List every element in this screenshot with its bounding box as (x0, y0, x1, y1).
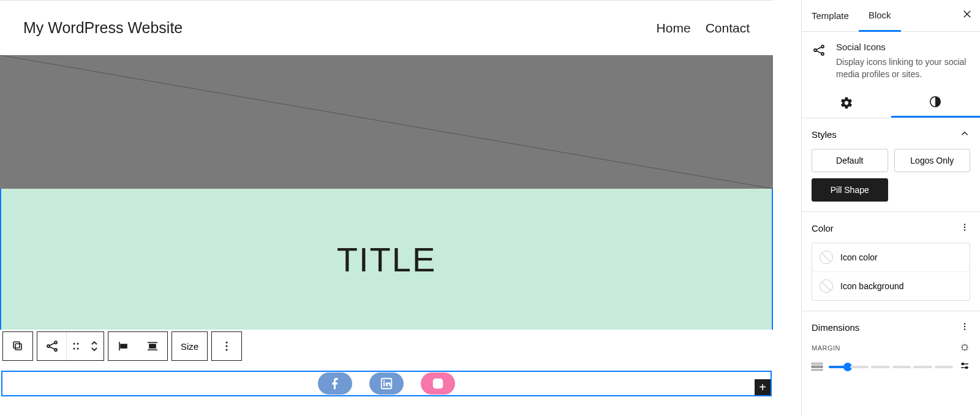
title-block[interactable]: TITLE (0, 189, 773, 330)
style-pill-shape-button[interactable]: Pill Shape (812, 178, 888, 202)
facebook-icon[interactable] (318, 373, 352, 395)
drag-handle-icon[interactable] (67, 332, 85, 360)
svg-line-31 (816, 47, 821, 50)
icon-background-row[interactable]: Icon background (812, 272, 970, 300)
inspector-subtabs (802, 88, 980, 118)
tab-block[interactable]: Block (859, 0, 901, 32)
svg-point-11 (77, 348, 79, 350)
svg-rect-13 (121, 344, 127, 348)
svg-point-48 (966, 366, 968, 368)
social-icons-block[interactable]: + (1, 371, 772, 396)
block-description: Display icons linking to your social med… (836, 56, 970, 81)
unlink-sides-icon[interactable] (959, 342, 970, 354)
styles-subtab[interactable] (891, 88, 981, 118)
box-sides-icon (812, 363, 823, 371)
more-options-icon[interactable] (212, 332, 241, 360)
svg-rect-2 (13, 342, 20, 348)
color-panel: Color Icon color Icon background (802, 212, 980, 311)
featured-image-placeholder[interactable] (0, 55, 773, 189)
svg-point-39 (964, 328, 965, 330)
tab-template[interactable]: Template (802, 0, 859, 32)
svg-point-24 (436, 382, 440, 385)
size-button[interactable]: Size (172, 332, 207, 360)
block-title: Social Icons (836, 42, 970, 52)
style-default-button[interactable]: Default (812, 149, 888, 172)
block-toolbar: Size (2, 331, 242, 361)
svg-rect-21 (383, 382, 385, 386)
nav-link-contact[interactable]: Contact (706, 21, 750, 36)
svg-point-22 (383, 380, 385, 382)
svg-point-19 (226, 349, 228, 350)
align-icon[interactable] (138, 332, 167, 360)
svg-point-34 (964, 224, 965, 225)
dimensions-heading: Dimensions (812, 322, 859, 333)
site-header: My WordPress Website Home Contact (0, 1, 773, 55)
svg-point-29 (814, 49, 816, 51)
empty-swatch-icon (820, 279, 833, 293)
justify-icon[interactable] (108, 332, 138, 360)
svg-line-7 (50, 347, 55, 349)
nav-menu: Home Contact (657, 21, 750, 36)
dimensions-panel: Dimensions MARGIN (802, 311, 980, 384)
styles-heading: Styles (812, 129, 837, 140)
post-title[interactable]: TITLE (337, 240, 436, 279)
share-icon[interactable] (37, 332, 67, 360)
chevron-up-icon[interactable] (959, 128, 970, 142)
empty-swatch-icon (820, 251, 833, 264)
more-options-icon[interactable] (959, 321, 970, 335)
add-block-button[interactable]: + (755, 379, 771, 395)
icon-background-label: Icon background (840, 281, 904, 291)
linkedin-icon[interactable] (369, 373, 404, 395)
svg-point-46 (962, 363, 964, 365)
svg-point-18 (226, 345, 228, 347)
block-info: Social Icons Display icons linking to yo… (802, 32, 980, 88)
svg-point-30 (821, 53, 824, 55)
svg-line-6 (50, 343, 55, 346)
more-options-icon[interactable] (959, 222, 970, 235)
move-updown-icon[interactable] (85, 332, 104, 360)
svg-point-35 (964, 226, 965, 227)
svg-point-37 (964, 323, 965, 324)
close-icon[interactable] (962, 9, 973, 22)
editor-canvas: My WordPress Website Home Contact TITLE (0, 0, 773, 416)
style-logos-only-button[interactable]: Logos Only (894, 149, 971, 172)
icon-color-label: Icon color (840, 252, 878, 262)
sidebar-tabs: Template Block (802, 0, 980, 32)
share-icon (812, 43, 826, 81)
margin-slider[interactable] (829, 366, 953, 368)
svg-point-4 (47, 345, 50, 347)
custom-size-icon[interactable] (959, 360, 970, 374)
margin-label: MARGIN (812, 344, 840, 352)
svg-rect-1 (15, 344, 21, 350)
svg-point-38 (964, 325, 965, 327)
svg-line-0 (0, 55, 773, 189)
svg-rect-40 (962, 345, 967, 350)
svg-line-32 (816, 51, 821, 53)
icon-color-row[interactable]: Icon color (812, 243, 970, 272)
svg-point-10 (74, 348, 75, 350)
styles-panel: Styles Default Logos Only Pill Shape (802, 118, 980, 212)
settings-subtab[interactable] (802, 88, 891, 118)
svg-point-8 (74, 343, 75, 345)
svg-rect-15 (149, 344, 156, 348)
instagram-icon[interactable] (421, 373, 455, 395)
svg-point-9 (77, 343, 79, 345)
svg-point-5 (55, 349, 57, 351)
svg-point-25 (440, 380, 442, 382)
svg-point-28 (821, 45, 824, 48)
color-heading: Color (812, 223, 834, 233)
svg-point-36 (964, 229, 965, 230)
svg-point-3 (55, 341, 57, 344)
parent-block-button[interactable] (3, 332, 32, 360)
settings-sidebar: Template Block Social Icons Display icon… (801, 0, 980, 416)
svg-point-17 (226, 341, 228, 343)
nav-link-home[interactable]: Home (657, 21, 691, 36)
site-title[interactable]: My WordPress Website (23, 19, 183, 37)
